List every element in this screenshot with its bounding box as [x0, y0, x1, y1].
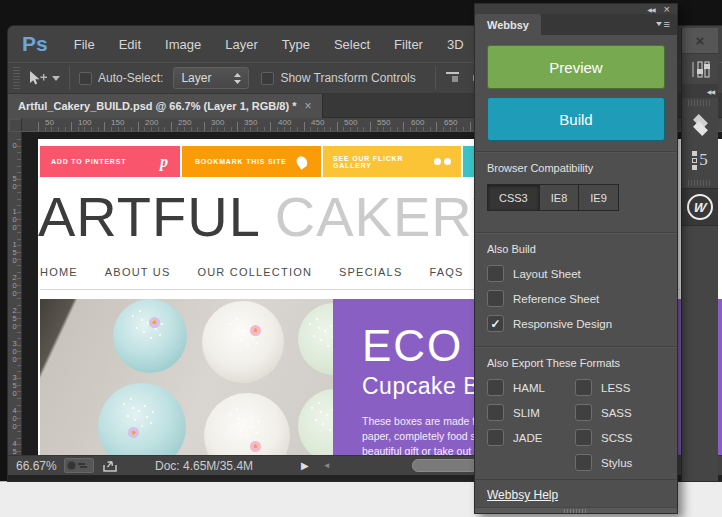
- webbsy-plugin-icon[interactable]: W: [687, 194, 713, 220]
- move-tool-icon[interactable]: [28, 70, 60, 86]
- panel-menu-icon[interactable]: ≡: [656, 19, 670, 29]
- dock-header: ×: [682, 28, 718, 54]
- panel-dock: × ◀◀ 5 W: [681, 28, 718, 481]
- flickr-dots-icon: [434, 158, 451, 165]
- less-checkbox[interactable]: [575, 379, 592, 396]
- less-row: LESS: [575, 379, 632, 396]
- webbsy-panel-slot[interactable]: W: [682, 188, 718, 226]
- responsive-design-checkbox[interactable]: ✓: [487, 315, 504, 332]
- slim-checkbox[interactable]: [487, 404, 504, 421]
- cupcake-green: [298, 303, 333, 375]
- menu-filter[interactable]: Filter: [394, 37, 423, 52]
- collapse-panels-icon[interactable]: ◀◀: [682, 84, 718, 98]
- cupcake-photo: [40, 299, 333, 455]
- ruler-number: 250: [10, 306, 19, 330]
- ruler-number: 400: [10, 406, 19, 430]
- document-size-readout[interactable]: Doc: 4.65M/35.4M: [155, 459, 253, 473]
- cupcake-white: [202, 301, 284, 383]
- properties-panel-icon[interactable]: [682, 54, 718, 84]
- ruler-number: 250: [178, 118, 191, 127]
- document-tab-title: Artful_Cakery_BUILD.psd @ 66.7% (Layer 1…: [18, 100, 296, 112]
- ruler-number: 50: [10, 174, 19, 190]
- webbsy-tab-row: Webbsy ≡: [475, 14, 677, 35]
- panel-collapse-icon[interactable]: ◀◀: [647, 6, 654, 13]
- layers-panel-icon[interactable]: [682, 108, 718, 142]
- webbsy-tab[interactable]: Webbsy: [475, 14, 541, 35]
- share-export-icon[interactable]: [102, 459, 119, 473]
- menu-3d[interactable]: 3D: [447, 37, 464, 52]
- ruler-number: 0: [10, 141, 19, 149]
- status-play-icon[interactable]: ▶: [301, 460, 309, 471]
- flickr-ribbon-button[interactable]: SEE OUR FLICKR GALLERY: [323, 146, 461, 177]
- dock-grip[interactable]: [688, 100, 712, 106]
- menu-type[interactable]: Type: [282, 37, 310, 52]
- auto-select-checkbox[interactable]: [79, 72, 92, 85]
- stylus-checkbox[interactable]: [575, 454, 592, 471]
- check-icon: ✓: [490, 318, 500, 330]
- nav-faqs: FAQS: [429, 266, 463, 278]
- ie8-button[interactable]: IE8: [539, 184, 580, 211]
- auto-select-target-dropdown[interactable]: Layer: [173, 67, 249, 89]
- photoshop-logo: Ps: [22, 32, 48, 56]
- document-close-icon[interactable]: ×: [304, 99, 311, 113]
- layout-sheet-row: Layout Sheet: [487, 265, 665, 282]
- divider: [475, 151, 677, 152]
- tool-preset-caret-icon[interactable]: [52, 76, 60, 81]
- cupcake-blue: [113, 299, 187, 373]
- panel-close-icon[interactable]: ×: [664, 4, 670, 14]
- export-format-grid: HAML SLIM JADE LESS SASS: [487, 379, 665, 479]
- social-ribbon: ADD TO PINTERST p BOOKMARK THIS SITE SEE…: [40, 146, 495, 177]
- menu-edit[interactable]: Edit: [119, 37, 141, 52]
- dock-close-icon[interactable]: ×: [696, 32, 705, 49]
- divider: [475, 232, 677, 233]
- webbsy-panel: ◀◀ × Webbsy ≡ Preview Build Browser Comp…: [474, 3, 678, 514]
- css3-button[interactable]: CSS3: [487, 184, 540, 211]
- horizontal-scrollbar-thumb[interactable]: [412, 459, 478, 472]
- ruler-number: 450: [10, 439, 19, 455]
- ruler-number: 200: [10, 273, 19, 297]
- also-build-label: Also Build: [487, 243, 665, 255]
- slim-row: SLIM: [487, 404, 575, 421]
- ruler-number: 550: [377, 118, 390, 127]
- document-tab[interactable]: Artful_Cakery_BUILD.psd @ 66.7% (Layer 1…: [8, 94, 323, 118]
- status-back-icon[interactable]: ◄: [323, 461, 331, 470]
- menu-file[interactable]: File: [74, 37, 95, 52]
- panel-resize-grip[interactable]: [475, 507, 677, 513]
- bookmark-ribbon-button[interactable]: BOOKMARK THIS SITE: [182, 146, 321, 177]
- history-panel-icon[interactable]: 5: [682, 142, 718, 178]
- site-heading: ARTFULCAKERY: [38, 187, 510, 247]
- webbsy-titlebar: ◀◀ ×: [475, 4, 677, 14]
- scss-checkbox[interactable]: [575, 429, 592, 446]
- menu-layer[interactable]: Layer: [225, 37, 258, 52]
- options-bar-grip[interactable]: [13, 67, 20, 89]
- webbsy-help-link[interactable]: Webbsy Help: [487, 488, 558, 502]
- mini-bridge-icon[interactable]: [64, 458, 94, 473]
- reference-sheet-checkbox[interactable]: [487, 290, 504, 307]
- nav-about: ABOUT US: [105, 266, 171, 278]
- vertical-ruler: 0 50 100 150 200 250 300 350 400 450: [8, 132, 22, 455]
- zoom-level-field[interactable]: 66.67%: [16, 459, 64, 473]
- sass-checkbox[interactable]: [575, 404, 592, 421]
- ie9-button[interactable]: IE9: [578, 184, 619, 211]
- menu-image[interactable]: Image: [165, 37, 201, 52]
- responsive-design-row: ✓ Responsive Design: [487, 315, 665, 332]
- ruler-number: 300: [211, 118, 224, 127]
- ruler-number: 500: [344, 118, 357, 127]
- pinterest-ribbon-button[interactable]: ADD TO PINTERST p: [40, 146, 180, 177]
- ruler-number: 300: [10, 339, 19, 363]
- layout-sheet-checkbox[interactable]: [487, 265, 504, 282]
- haml-checkbox[interactable]: [487, 379, 504, 396]
- ruler-origin-box[interactable]: [8, 118, 22, 132]
- preview-button[interactable]: Preview: [487, 45, 665, 89]
- build-button[interactable]: Build: [487, 97, 665, 141]
- haml-row: HAML: [487, 379, 575, 396]
- align-top-edges-icon[interactable]: [445, 71, 460, 85]
- updown-arrows-icon: [234, 73, 241, 84]
- show-transform-checkbox[interactable]: [261, 72, 274, 85]
- menu-select[interactable]: Select: [334, 37, 370, 52]
- separator: [435, 66, 436, 90]
- ribbon-label: SEE OUR FLICKR GALLERY: [333, 155, 434, 169]
- ruler-number: 100: [10, 207, 19, 231]
- jade-checkbox[interactable]: [487, 429, 504, 446]
- dock-grip[interactable]: [688, 180, 712, 186]
